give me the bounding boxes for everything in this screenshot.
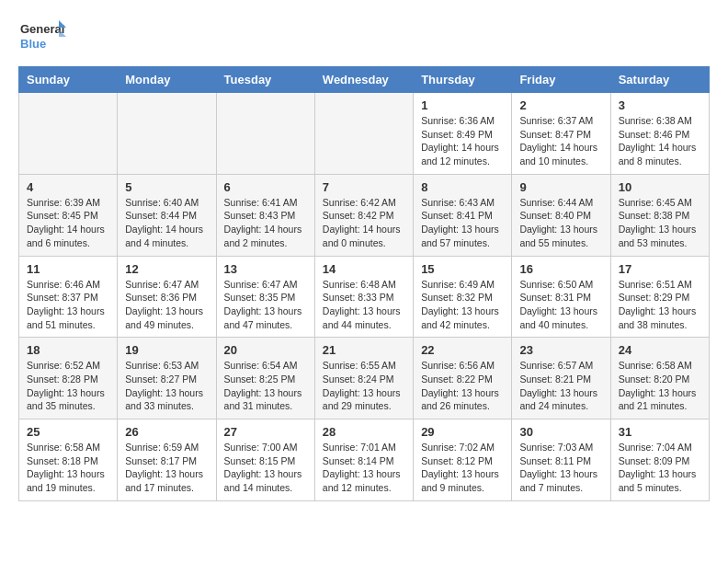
day-number: 9 xyxy=(519,180,602,194)
day-number: 23 xyxy=(519,343,602,357)
calendar-day-cell: 20Sunrise: 6:54 AM Sunset: 8:25 PM Dayli… xyxy=(216,338,314,419)
day-info: Sunrise: 7:04 AM Sunset: 8:09 PM Dayligh… xyxy=(619,441,701,495)
calendar-day-cell: 31Sunrise: 7:04 AM Sunset: 8:09 PM Dayli… xyxy=(610,419,709,501)
day-info: Sunrise: 7:00 AM Sunset: 8:15 PM Dayligh… xyxy=(224,441,307,495)
logo-svg: General Blue xyxy=(18,18,66,52)
calendar-day-cell: 27Sunrise: 7:00 AM Sunset: 8:15 PM Dayli… xyxy=(216,419,314,501)
calendar-day-cell: 16Sunrise: 6:50 AM Sunset: 8:31 PM Dayli… xyxy=(512,256,610,338)
day-info: Sunrise: 6:56 AM Sunset: 8:22 PM Dayligh… xyxy=(421,359,504,413)
calendar-day-cell: 30Sunrise: 7:03 AM Sunset: 8:11 PM Dayli… xyxy=(512,419,610,501)
weekday-header: Sunday xyxy=(19,67,118,93)
calendar-day-cell: 4Sunrise: 6:39 AM Sunset: 8:45 PM Daylig… xyxy=(19,174,118,256)
day-number: 10 xyxy=(619,180,701,194)
calendar-week-row: 18Sunrise: 6:52 AM Sunset: 8:28 PM Dayli… xyxy=(19,338,710,419)
calendar-day-cell: 5Sunrise: 6:40 AM Sunset: 8:44 PM Daylig… xyxy=(118,174,216,256)
calendar-day-cell: 14Sunrise: 6:48 AM Sunset: 8:33 PM Dayli… xyxy=(314,256,413,338)
day-info: Sunrise: 7:03 AM Sunset: 8:11 PM Dayligh… xyxy=(519,441,602,495)
day-number: 6 xyxy=(224,180,307,194)
day-info: Sunrise: 6:44 AM Sunset: 8:40 PM Dayligh… xyxy=(519,196,602,250)
day-number: 22 xyxy=(421,343,504,357)
calendar-day-cell: 17Sunrise: 6:51 AM Sunset: 8:29 PM Dayli… xyxy=(610,256,709,338)
day-number: 2 xyxy=(519,98,602,112)
day-info: Sunrise: 6:42 AM Sunset: 8:42 PM Dayligh… xyxy=(323,196,405,250)
calendar-day-cell: 25Sunrise: 6:58 AM Sunset: 8:18 PM Dayli… xyxy=(19,419,118,501)
day-number: 5 xyxy=(125,180,208,194)
day-number: 12 xyxy=(125,262,208,276)
calendar-table: SundayMondayTuesdayWednesdayThursdayFrid… xyxy=(18,66,710,501)
calendar-day-cell: 2Sunrise: 6:37 AM Sunset: 8:47 PM Daylig… xyxy=(512,93,610,175)
calendar-day-cell: 24Sunrise: 6:58 AM Sunset: 8:20 PM Dayli… xyxy=(610,338,709,419)
day-info: Sunrise: 6:57 AM Sunset: 8:21 PM Dayligh… xyxy=(519,359,602,413)
calendar-day-cell: 9Sunrise: 6:44 AM Sunset: 8:40 PM Daylig… xyxy=(512,174,610,256)
day-number: 8 xyxy=(421,180,504,194)
day-info: Sunrise: 6:58 AM Sunset: 8:18 PM Dayligh… xyxy=(27,441,109,495)
day-number: 28 xyxy=(323,425,405,439)
day-number: 13 xyxy=(224,262,307,276)
calendar-day-cell: 13Sunrise: 6:47 AM Sunset: 8:35 PM Dayli… xyxy=(216,256,314,338)
weekday-header: Wednesday xyxy=(314,67,413,93)
day-number: 17 xyxy=(619,262,701,276)
day-number: 15 xyxy=(421,262,504,276)
day-info: Sunrise: 6:40 AM Sunset: 8:44 PM Dayligh… xyxy=(125,196,208,250)
calendar-day-cell: 26Sunrise: 6:59 AM Sunset: 8:17 PM Dayli… xyxy=(118,419,216,501)
day-info: Sunrise: 7:01 AM Sunset: 8:14 PM Dayligh… xyxy=(323,441,405,495)
weekday-header: Thursday xyxy=(414,67,512,93)
day-info: Sunrise: 6:47 AM Sunset: 8:36 PM Dayligh… xyxy=(125,278,208,332)
day-number: 29 xyxy=(421,425,504,439)
day-info: Sunrise: 6:36 AM Sunset: 8:49 PM Dayligh… xyxy=(421,114,504,168)
day-number: 30 xyxy=(519,425,602,439)
calendar-day-cell: 15Sunrise: 6:49 AM Sunset: 8:32 PM Dayli… xyxy=(414,256,512,338)
page-header: General Blue xyxy=(18,18,710,52)
day-number: 24 xyxy=(619,343,701,357)
day-info: Sunrise: 6:46 AM Sunset: 8:37 PM Dayligh… xyxy=(27,278,109,332)
calendar-day-cell: 10Sunrise: 6:45 AM Sunset: 8:38 PM Dayli… xyxy=(610,174,709,256)
svg-text:Blue: Blue xyxy=(20,37,46,51)
day-number: 3 xyxy=(619,98,701,112)
logo: General Blue xyxy=(18,18,66,52)
day-info: Sunrise: 7:02 AM Sunset: 8:12 PM Dayligh… xyxy=(421,441,504,495)
calendar-day-cell: 21Sunrise: 6:55 AM Sunset: 8:24 PM Dayli… xyxy=(314,338,413,419)
day-info: Sunrise: 6:38 AM Sunset: 8:46 PM Dayligh… xyxy=(619,114,701,168)
day-number: 25 xyxy=(27,425,109,439)
calendar-week-row: 11Sunrise: 6:46 AM Sunset: 8:37 PM Dayli… xyxy=(19,256,710,338)
calendar-day-cell: 7Sunrise: 6:42 AM Sunset: 8:42 PM Daylig… xyxy=(314,174,413,256)
weekday-header: Friday xyxy=(512,67,610,93)
day-info: Sunrise: 6:47 AM Sunset: 8:35 PM Dayligh… xyxy=(224,278,307,332)
calendar-day-cell: 28Sunrise: 7:01 AM Sunset: 8:14 PM Dayli… xyxy=(314,419,413,501)
calendar-day-cell: 18Sunrise: 6:52 AM Sunset: 8:28 PM Dayli… xyxy=(19,338,118,419)
day-number: 18 xyxy=(27,343,109,357)
day-info: Sunrise: 6:51 AM Sunset: 8:29 PM Dayligh… xyxy=(619,278,701,332)
day-number: 27 xyxy=(224,425,307,439)
calendar-day-cell: 3Sunrise: 6:38 AM Sunset: 8:46 PM Daylig… xyxy=(610,93,709,175)
calendar-day-cell xyxy=(314,93,413,175)
day-info: Sunrise: 6:43 AM Sunset: 8:41 PM Dayligh… xyxy=(421,196,504,250)
day-info: Sunrise: 6:37 AM Sunset: 8:47 PM Dayligh… xyxy=(519,114,602,168)
day-number: 14 xyxy=(323,262,405,276)
calendar-day-cell xyxy=(216,93,314,175)
day-info: Sunrise: 6:50 AM Sunset: 8:31 PM Dayligh… xyxy=(519,278,602,332)
calendar-day-cell: 8Sunrise: 6:43 AM Sunset: 8:41 PM Daylig… xyxy=(414,174,512,256)
calendar-day-cell: 29Sunrise: 7:02 AM Sunset: 8:12 PM Dayli… xyxy=(414,419,512,501)
calendar-week-row: 1Sunrise: 6:36 AM Sunset: 8:49 PM Daylig… xyxy=(19,93,710,175)
weekday-header-row: SundayMondayTuesdayWednesdayThursdayFrid… xyxy=(19,67,710,93)
calendar-day-cell: 22Sunrise: 6:56 AM Sunset: 8:22 PM Dayli… xyxy=(414,338,512,419)
calendar-day-cell: 12Sunrise: 6:47 AM Sunset: 8:36 PM Dayli… xyxy=(118,256,216,338)
day-info: Sunrise: 6:55 AM Sunset: 8:24 PM Dayligh… xyxy=(323,359,405,413)
day-number: 20 xyxy=(224,343,307,357)
calendar-day-cell: 1Sunrise: 6:36 AM Sunset: 8:49 PM Daylig… xyxy=(414,93,512,175)
calendar-day-cell: 11Sunrise: 6:46 AM Sunset: 8:37 PM Dayli… xyxy=(19,256,118,338)
day-number: 26 xyxy=(125,425,208,439)
svg-text:General: General xyxy=(20,22,64,36)
day-number: 21 xyxy=(323,343,405,357)
day-number: 1 xyxy=(421,98,504,112)
day-info: Sunrise: 6:59 AM Sunset: 8:17 PM Dayligh… xyxy=(125,441,208,495)
day-number: 19 xyxy=(125,343,208,357)
calendar-day-cell xyxy=(19,93,118,175)
calendar-day-cell: 19Sunrise: 6:53 AM Sunset: 8:27 PM Dayli… xyxy=(118,338,216,419)
day-info: Sunrise: 6:53 AM Sunset: 8:27 PM Dayligh… xyxy=(125,359,208,413)
calendar-week-row: 4Sunrise: 6:39 AM Sunset: 8:45 PM Daylig… xyxy=(19,174,710,256)
day-info: Sunrise: 6:54 AM Sunset: 8:25 PM Dayligh… xyxy=(224,359,307,413)
day-info: Sunrise: 6:39 AM Sunset: 8:45 PM Dayligh… xyxy=(27,196,109,250)
day-number: 11 xyxy=(27,262,109,276)
day-info: Sunrise: 6:41 AM Sunset: 8:43 PM Dayligh… xyxy=(224,196,307,250)
